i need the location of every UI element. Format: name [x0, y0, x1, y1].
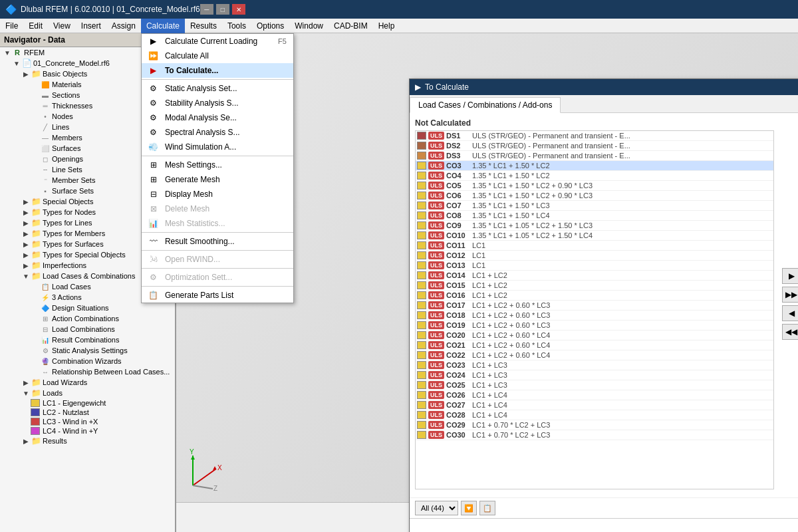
nc-row[interactable]: ULS CO25 LC1 + LC3: [416, 380, 773, 390]
nc-row[interactable]: ULS CO17 LC1 + LC2 + 0.60 * LC3: [416, 301, 773, 311]
tree-item-results[interactable]: ▶ 📁 Results: [0, 436, 175, 446]
close-btn[interactable]: ✕: [232, 4, 245, 15]
dd-gen-mesh[interactable]: ⊞ Generate Mesh: [142, 172, 293, 187]
tree-item-actioncomb[interactable]: ⊞ Action Combinations: [0, 313, 175, 324]
menu-assign[interactable]: Assign: [106, 19, 141, 33]
nc-row[interactable]: ULS CO6 1.35 * LC1 + 1.50 * LC2 + 0.90 *…: [416, 191, 773, 201]
dd-del-mesh[interactable]: ⊠ Delete Mesh: [142, 201, 293, 216]
filter-dropdown[interactable]: All (44): [415, 501, 458, 515]
menu-insert[interactable]: Insert: [76, 19, 106, 33]
nc-row[interactable]: ULS CO29 LC1 + 0.70 * LC2 + LC3: [416, 420, 773, 430]
tree-item-resultcomb[interactable]: 📊 Result Combinations: [0, 334, 175, 345]
nc-row[interactable]: ULS CO4 1.35 * LC1 + 1.50 * LC2: [416, 171, 773, 181]
dd-mesh-settings[interactable]: ⊞ Mesh Settings...: [142, 158, 293, 172]
dd-to-calculate[interactable]: ▶ To Calculate...: [142, 63, 293, 78]
menu-calculate[interactable]: Calculate: [141, 19, 185, 33]
nc-row[interactable]: ULS CO18 LC1 + LC2 + 0.60 * LC3: [416, 311, 773, 321]
transfer-one-left[interactable]: ◀: [782, 305, 798, 321]
tree-item-staticsettings[interactable]: ⚙ Static Analysis Settings: [0, 345, 175, 356]
dd-open-rwind[interactable]: 🌬 Open RWIND...: [142, 252, 293, 267]
nc-row[interactable]: ULS CO26 LC1 + LC4: [416, 390, 773, 400]
nc-row[interactable]: ULS CO28 LC1 + LC4: [416, 410, 773, 420]
nc-row[interactable]: ULS CO3 1.35 * LC1 + 1.50 * LC2: [416, 161, 773, 171]
menu-options[interactable]: Options: [251, 19, 289, 33]
dd-stability[interactable]: ⚙ Stability Analysis S...: [142, 96, 293, 110]
tree-arrow[interactable]: ▶: [21, 70, 31, 78]
nc-row-name: DS1: [446, 132, 469, 140]
transfer-all-left[interactable]: ◀◀: [782, 324, 798, 340]
tree-arrow[interactable]: ▼: [3, 49, 12, 57]
tree-item-loadcomb2[interactable]: ⊟ Load Combinations: [0, 324, 175, 334]
tree-arrow[interactable]: ▶: [21, 241, 31, 248]
nc-row[interactable]: ULS CO15 LC1 + LC2: [416, 281, 773, 291]
nc-row[interactable]: ULS CO13 LC1: [416, 261, 773, 271]
tree-item-loadwiz[interactable]: ▶ 📁 Load Wizards: [0, 377, 175, 388]
nc-row[interactable]: ULS CO24 LC1 + LC3: [416, 370, 773, 380]
tree-item-wizard[interactable]: 🔮 Combination Wizards: [0, 356, 175, 366]
nc-row[interactable]: ULS CO22 LC1 + LC2 + 0.60 * LC4: [416, 350, 773, 360]
tree-arrow[interactable]: ▶: [21, 438, 31, 445]
tree-item-loads[interactable]: ▼ 📁 Loads: [0, 388, 175, 398]
nc-row[interactable]: ULS CO16 LC1 + LC2: [416, 291, 773, 301]
transfer-all-right[interactable]: ▶▶: [782, 287, 798, 303]
menu-help[interactable]: Help: [373, 19, 400, 33]
menu-edit[interactable]: Edit: [23, 19, 48, 33]
nc-row[interactable]: ULS CO27 LC1 + LC4: [416, 400, 773, 410]
menu-window[interactable]: Window: [289, 19, 329, 33]
menu-view[interactable]: View: [48, 19, 76, 33]
menu-tools[interactable]: Tools: [222, 19, 251, 33]
dd-mesh-stats[interactable]: 📊 Mesh Statistics...: [142, 216, 293, 231]
dd-result-smooth[interactable]: 〰 Result Smoothing...: [142, 234, 293, 249]
dd-calc-all[interactable]: ⏩ Calculate All: [142, 49, 293, 63]
tree-item-lc4[interactable]: LC4 - Wind in +Y: [0, 426, 175, 436]
nc-row[interactable]: ULS CO10 1.35 * LC1 + 1.05 * LC2 + 1.50 …: [416, 231, 773, 241]
tree-item-designsit[interactable]: 🔷 Design Situations: [0, 303, 175, 313]
tree-arrow[interactable]: ▶: [21, 219, 31, 227]
dd-parts-list[interactable]: 📋 Generate Parts List: [142, 288, 293, 303]
nc-row[interactable]: ULS CO19 LC1 + LC2 + 0.60 * LC3: [416, 321, 773, 331]
tree-arrow[interactable]: ▶: [21, 198, 31, 205]
menu-cadbim[interactable]: CAD-BIM: [329, 19, 373, 33]
nc-row[interactable]: ULS CO30 LC1 + 0.70 * LC2 + LC3: [416, 430, 773, 440]
tree-item-lc1[interactable]: LC1 - Eigengewicht: [0, 398, 175, 408]
dd-wind[interactable]: 💨 Wind Simulation A...: [142, 140, 293, 154]
tree-item-relationship[interactable]: ↔ Relationship Between Load Cases...: [0, 366, 175, 377]
nc-row[interactable]: ULS DS3 ULS (STR/GEO) - Permanent and tr…: [416, 151, 773, 161]
dd-disp-mesh[interactable]: ⊟ Display Mesh: [142, 187, 293, 201]
tree-item-lc3[interactable]: LC3 - Wind in +X: [0, 417, 175, 426]
nc-row[interactable]: ULS CO8 1.35 * LC1 + 1.50 * LC4: [416, 211, 773, 221]
dd-calc-current[interactable]: ▶ Calculate Current Loading F5: [142, 34, 293, 49]
dd-static[interactable]: ⚙ Static Analysis Set...: [142, 81, 293, 96]
tree-arrow[interactable]: ▶: [21, 379, 31, 386]
nc-row[interactable]: ULS CO23 LC1 + LC3: [416, 360, 773, 370]
minimize-btn[interactable]: ─: [200, 4, 213, 15]
tree-arrow[interactable]: ▼: [21, 273, 31, 280]
filter-btn1[interactable]: 🔽: [461, 501, 477, 515]
nc-row[interactable]: ULS CO20 LC1 + LC2 + 0.60 * LC4: [416, 331, 773, 340]
nc-row[interactable]: ULS CO5 1.35 * LC1 + 1.50 * LC2 + 0.90 *…: [416, 181, 773, 191]
nc-row[interactable]: ULS CO14 LC1 + LC2: [416, 271, 773, 281]
tree-arrow[interactable]: ▶: [21, 251, 31, 259]
tree-arrow[interactable]: ▼: [21, 390, 31, 397]
tree-arrow[interactable]: ▶: [21, 262, 31, 269]
dd-optim[interactable]: ⚙ Optimization Sett...: [142, 270, 293, 285]
tree-item-lc2[interactable]: LC2 - Nutzlast: [0, 408, 175, 417]
dd-spectral[interactable]: ⚙ Spectral Analysis S...: [142, 125, 293, 140]
nc-row[interactable]: ULS CO12 LC1: [416, 251, 773, 261]
tree-arrow[interactable]: ▶: [21, 230, 31, 237]
maximize-btn[interactable]: □: [216, 4, 229, 15]
menu-file[interactable]: File: [0, 19, 23, 33]
dd-modal[interactable]: ⚙ Modal Analysis Se...: [142, 110, 293, 125]
nc-row[interactable]: ULS CO21 LC1 + LC2 + 0.60 * LC4: [416, 340, 773, 350]
nc-row[interactable]: ULS CO9 1.35 * LC1 + 1.05 * LC2 + 1.50 *…: [416, 221, 773, 231]
menu-results[interactable]: Results: [185, 19, 222, 33]
filter-btn2[interactable]: 📋: [479, 501, 495, 515]
nc-row[interactable]: ULS DS1 ULS (STR/GEO) - Permanent and tr…: [416, 131, 773, 141]
tree-arrow[interactable]: ▶: [21, 209, 31, 216]
tree-arrow[interactable]: ▼: [12, 60, 21, 67]
dialog-tab-lcc[interactable]: Load Cases / Combinations / Add-ons: [410, 97, 561, 113]
nc-row[interactable]: ULS CO7 1.35 * LC1 + 1.50 * LC3: [416, 201, 773, 211]
nc-row[interactable]: ULS DS2 ULS (STR/GEO) - Permanent and tr…: [416, 141, 773, 151]
nc-row[interactable]: ULS CO11 LC1: [416, 241, 773, 251]
transfer-one-right[interactable]: ▶: [782, 268, 798, 284]
